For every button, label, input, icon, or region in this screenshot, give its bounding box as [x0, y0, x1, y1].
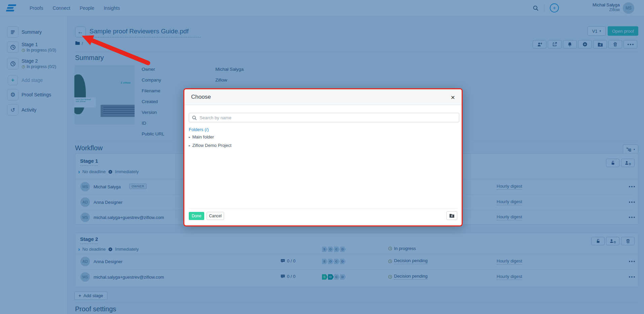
done-button[interactable]: Done [189, 212, 204, 220]
modal-footer-divider [189, 208, 457, 209]
expand-triangle-icon[interactable]: ▸ [189, 144, 190, 147]
folder-item-main-folder[interactable]: ▸ Main folder [189, 134, 214, 139]
search-icon [192, 115, 197, 120]
folder-item-ziflow-demo-project[interactable]: ▸ Ziflow Demo Project [189, 143, 231, 148]
modal-title: Choose [191, 94, 211, 100]
cancel-button[interactable]: Cancel [207, 212, 224, 220]
folder-search-input[interactable] [199, 115, 456, 121]
folder-plus-icon [449, 213, 455, 218]
folder-search [189, 113, 459, 122]
expand-triangle-icon[interactable]: ▸ [189, 135, 190, 139]
new-folder-button[interactable] [446, 211, 457, 220]
choose-folder-modal: Choose × Folders (/) ▸ Main folder ▸ Zif… [183, 88, 463, 226]
modal-header: Choose × [184, 89, 462, 105]
folders-root-link[interactable]: Folders (/) [189, 127, 209, 132]
close-icon[interactable]: × [451, 94, 455, 101]
app-window: Proofs Connect People Insights + Michał … [0, 0, 644, 314]
